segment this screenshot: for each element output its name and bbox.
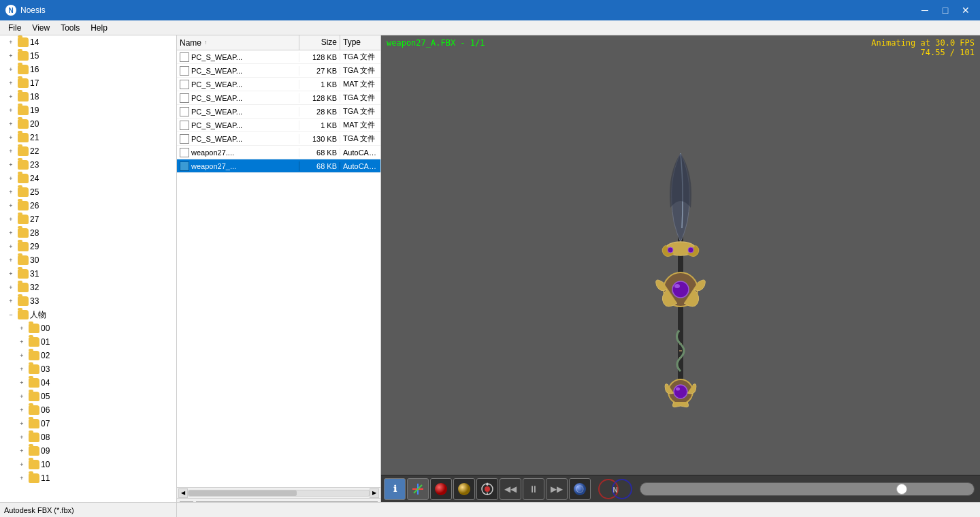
expander-01[interactable]: + (16, 336, 27, 347)
tree-item-31[interactable]: + 31 (0, 267, 176, 281)
texture-sphere-button[interactable] (430, 478, 452, 500)
tree-item-02[interactable]: + 02 (0, 349, 176, 362)
next-button[interactable]: ▶▶ (546, 478, 568, 500)
file-row-5[interactable]: PC_S_WEAP... 1 KB MAT 文件 (177, 119, 380, 132)
tree-item-11[interactable]: + 11 (0, 471, 176, 485)
tree-item-26[interactable]: + 26 (0, 199, 176, 213)
expander-16[interactable]: + (5, 64, 16, 75)
expander-23[interactable]: + (5, 159, 16, 170)
expander-07[interactable]: + (16, 418, 27, 429)
tree-item-25[interactable]: + 25 (0, 185, 176, 199)
tree-item-24[interactable]: + 24 (0, 172, 176, 185)
col-header-size[interactable]: Size (299, 35, 340, 50)
file-hscroll-right[interactable]: ▶ (370, 488, 379, 498)
file-hscroll[interactable]: ◀ ▶ (177, 487, 380, 498)
tree-item-15[interactable]: + 15 (0, 49, 176, 63)
file-row-8[interactable]: weapon27_... 68 KB AutoCAD FBX... (177, 159, 380, 173)
expander-11[interactable]: + (16, 473, 27, 484)
col-header-type[interactable]: Type (340, 35, 380, 50)
expander-24[interactable]: + (5, 173, 16, 184)
file-row-0[interactable]: PC_S_WEAP... 128 KB TGA 文件 (177, 50, 380, 64)
tree-item-09[interactable]: + 09 (0, 444, 176, 458)
file-row-4[interactable]: PC_S_WEAP... 28 KB TGA 文件 (177, 105, 380, 119)
expander-02[interactable]: + (16, 350, 27, 361)
expander-17[interactable]: + (5, 78, 16, 89)
tree-item-05[interactable]: + 05 (0, 390, 176, 403)
expander-18[interactable]: + (5, 91, 16, 102)
tree-item-14[interactable]: + 14 (0, 35, 176, 49)
tree-item-29[interactable]: + 29 (0, 240, 176, 253)
tree-item-19[interactable]: + 19 (0, 104, 176, 117)
tree-item-20[interactable]: + 20 (0, 117, 176, 131)
file-hscroll-left[interactable]: ◀ (178, 488, 188, 498)
tree-item-01[interactable]: + 01 (0, 335, 176, 349)
expander-31[interactable]: + (5, 268, 16, 279)
tree-item-07[interactable]: + 07 (0, 417, 176, 430)
tree-item-23[interactable]: + 23 (0, 158, 176, 172)
file-hscroll-track[interactable] (188, 490, 370, 497)
menu-tools[interactable]: Tools (55, 22, 85, 34)
expander-32[interactable]: + (5, 282, 16, 293)
expander-25[interactable]: + (5, 187, 16, 198)
minimize-button[interactable]: ─ (916, 3, 934, 17)
tree-item-27[interactable]: + 27 (0, 213, 176, 226)
tree-item-04[interactable]: + 04 (0, 376, 176, 390)
expander-05[interactable]: + (16, 391, 27, 402)
gold-sphere-button[interactable] (453, 478, 475, 500)
close-button[interactable]: ✕ (957, 3, 975, 17)
menu-view[interactable]: View (27, 22, 55, 34)
menu-file[interactable]: File (3, 22, 27, 34)
tree-item-03[interactable]: + 03 (0, 362, 176, 376)
expander-22[interactable]: + (5, 146, 16, 157)
expander-26[interactable]: + (5, 200, 16, 211)
expander-27[interactable]: + (5, 214, 16, 225)
expander-21[interactable]: + (5, 132, 16, 143)
expander-10[interactable]: + (16, 459, 27, 470)
maximize-button[interactable]: □ (936, 3, 954, 17)
expander-06[interactable]: + (16, 405, 27, 416)
expander-30[interactable]: + (5, 255, 16, 266)
file-row-7[interactable]: weapon27.... 68 KB AutoCAD FBX... (177, 146, 380, 159)
expander-04[interactable]: + (16, 377, 27, 388)
tree-item-30[interactable]: + 30 (0, 253, 176, 267)
expander-28[interactable]: + (5, 228, 16, 238)
expander-33[interactable]: + (5, 296, 16, 307)
expander-08[interactable]: + (16, 432, 27, 443)
viewport-content[interactable]: weapon27_A.FBX - 1/1 Animating at 30.0 F… (381, 35, 980, 475)
file-row-1[interactable]: PC_S_WEAP... 27 KB TGA 文件 (177, 64, 380, 78)
tree-item-21[interactable]: + 21 (0, 131, 176, 144)
tree-item-16[interactable]: + 16 (0, 63, 176, 76)
timeline-thumb[interactable] (896, 484, 907, 495)
expander-00[interactable]: + (16, 323, 27, 334)
expander-03[interactable]: + (16, 364, 27, 375)
prev-button[interactable]: ◀◀ (500, 478, 521, 500)
tree-item-33[interactable]: + 33 (0, 294, 176, 308)
col-header-name[interactable]: Name ↑ (177, 35, 299, 50)
tree-item-10[interactable]: + 10 (0, 458, 176, 471)
tree-item-22[interactable]: + 22 (0, 144, 176, 158)
expander-14[interactable]: + (5, 37, 16, 48)
info-button[interactable]: ℹ (384, 478, 406, 500)
expander-15[interactable]: + (5, 50, 16, 61)
file-row-6[interactable]: PC_S_WEAP... 130 KB TGA 文件 (177, 132, 380, 146)
tree-item-28[interactable]: + 28 (0, 226, 176, 240)
expander-29[interactable]: + (5, 241, 16, 252)
folder-tree-scroll[interactable]: + 14 + 15 + 16 + 17 + 18 (0, 35, 176, 506)
tree-item-17[interactable]: + 17 (0, 76, 176, 90)
tree-item-32[interactable]: + 32 (0, 281, 176, 294)
expander-20[interactable]: + (5, 119, 16, 129)
expander-19[interactable]: + (5, 105, 16, 116)
axes-button[interactable] (407, 478, 429, 500)
file-row-3[interactable]: PC_S_WEAP... 128 KB TGA 文件 (177, 91, 380, 105)
tree-item-renwu[interactable]: − 人物 (0, 308, 176, 322)
tree-item-18[interactable]: + 18 (0, 90, 176, 104)
tree-item-08[interactable]: + 08 (0, 430, 176, 444)
pause-button[interactable]: ⏸ (523, 478, 544, 500)
camera-button[interactable] (569, 478, 591, 500)
file-list-body[interactable]: PC_S_WEAP... 128 KB TGA 文件 PC_S_WEAP... … (177, 50, 380, 487)
tree-item-00[interactable]: + 00 (0, 322, 176, 335)
timeline-slider[interactable] (640, 482, 975, 496)
tree-item-06[interactable]: + 06 (0, 403, 176, 417)
expander-renwu[interactable]: − (5, 309, 16, 320)
file-row-2[interactable]: PC_S_WEAP... 1 KB MAT 文件 (177, 78, 380, 91)
